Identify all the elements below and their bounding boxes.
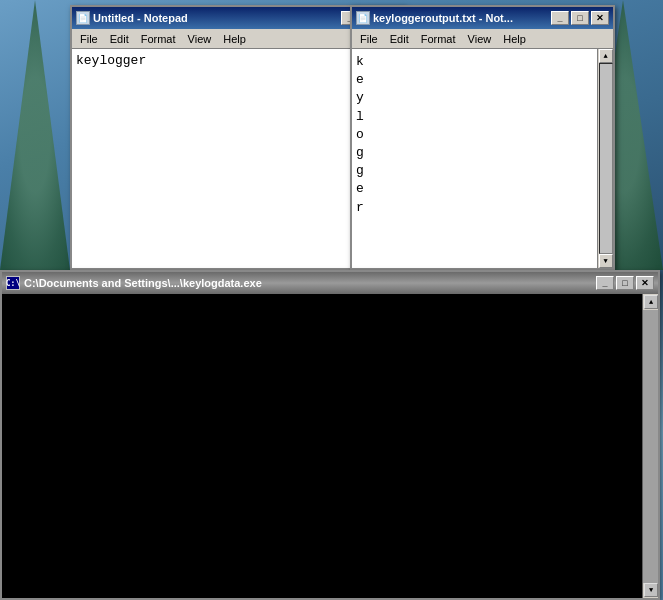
notepad2-scroll-up[interactable]: ▲ [599,49,613,63]
notepad-keylogger-window: 📄 keyloggeroutput.txt - Not... _ □ ✕ Fil… [350,5,615,270]
notepad2-scroll-track[interactable] [599,63,613,254]
notepad2-menu-bar: File Edit Format View Help [352,29,613,49]
cmd-title-bar: C:\ C:\Documents and Settings\...\keylog… [2,272,658,294]
notepad2-title-bar: 📄 keyloggeroutput.txt - Not... _ □ ✕ [352,7,613,29]
notepad2-text-area[interactable]: k e y l o g g e r [352,49,597,268]
notepad2-title-buttons: _ □ ✕ [551,11,609,25]
cmd-icon: C:\ [6,276,20,290]
notepad1-text: keylogger [76,53,146,68]
cmd-minimize-btn[interactable]: _ [596,276,614,290]
notepad2-scroll-down[interactable]: ▼ [599,254,613,268]
notepad2-minimize-btn[interactable]: _ [551,11,569,25]
notepad1-text-area[interactable]: keylogger [72,49,387,268]
cmd-icon-text: C:\ [6,279,20,288]
cmd-close-btn[interactable]: ✕ [636,276,654,290]
cmd-scroll-up[interactable]: ▲ [644,295,658,309]
notepad2-menu-file[interactable]: File [354,31,384,47]
notepad2-title-text: keyloggeroutput.txt - Not... [373,12,513,24]
notepad2-menu-edit[interactable]: Edit [384,31,415,47]
notepad2-content-area: k e y l o g g e r ▲ ▼ [352,49,613,268]
notepad2-maximize-btn[interactable]: □ [571,11,589,25]
notepad2-text: k e y l o g g e r [356,54,364,215]
notepad2-scrollbar: ▲ ▼ [597,49,613,268]
cmd-scroll-track[interactable] [643,310,658,583]
tree-left-decoration [0,0,70,270]
cmd-content[interactable] [2,294,658,598]
notepad2-menu-help[interactable]: Help [497,31,532,47]
notepad1-title-text: Untitled - Notepad [93,12,188,24]
notepad1-menu-format[interactable]: Format [135,31,182,47]
notepad1-title-left: 📄 Untitled - Notepad [76,11,188,25]
notepad1-icon: 📄 [76,11,90,25]
notepad2-title-left: 📄 keyloggeroutput.txt - Not... [356,11,513,25]
cmd-window: C:\ C:\Documents and Settings\...\keylog… [0,270,660,600]
cmd-scroll-down[interactable]: ▼ [644,583,658,597]
cmd-title-text: C:\Documents and Settings\...\keylogdata… [24,277,262,289]
cmd-body: ▲ ▼ [2,294,658,598]
cmd-title-buttons: _ □ ✕ [596,276,654,290]
notepad2-icon: 📄 [356,11,370,25]
notepad1-menu-help[interactable]: Help [217,31,252,47]
cmd-title-left: C:\ C:\Documents and Settings\...\keylog… [6,276,262,290]
cmd-maximize-btn[interactable]: □ [616,276,634,290]
cmd-scrollbar: ▲ ▼ [642,294,658,598]
notepad1-menu-file[interactable]: File [74,31,104,47]
notepad2-close-btn[interactable]: ✕ [591,11,609,25]
desktop: 📄 Untitled - Notepad _ □ ✕ File Edit For… [0,0,663,600]
notepad1-menu-view[interactable]: View [182,31,218,47]
notepad2-menu-view[interactable]: View [462,31,498,47]
notepad1-menu-edit[interactable]: Edit [104,31,135,47]
notepad2-menu-format[interactable]: Format [415,31,462,47]
